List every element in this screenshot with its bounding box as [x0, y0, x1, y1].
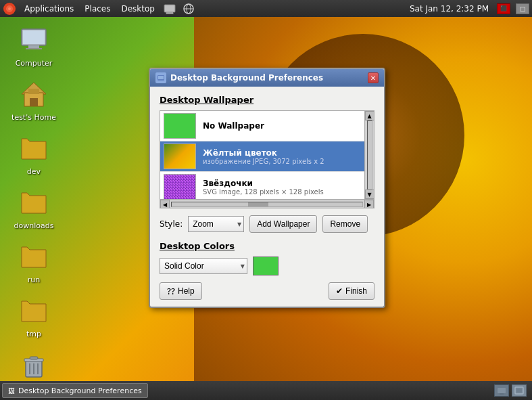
dialog-titlebar: Desktop Background Preferences ✕: [150, 69, 384, 87]
style-select[interactable]: Zoom Centered Scaled Stretched Tiled Fil…: [188, 216, 244, 232]
computer-label: Computer: [16, 59, 53, 68]
help-button[interactable]: ⁇ Help: [160, 282, 202, 300]
places-menu[interactable]: Places: [79, 0, 116, 17]
taskbar-bottom: 🖼 Desktop Background Preferences: [0, 381, 532, 400]
desktop-icon-home[interactable]: test's Home: [7, 78, 61, 122]
remove-wallpaper-button[interactable]: Remove: [322, 215, 368, 233]
desktop: Applications Places Desktop Sat Jan 12, …: [0, 0, 532, 400]
run-icon-img: [18, 240, 50, 273]
desktop-icons-area: Computer test's Home dev: [7, 24, 61, 393]
gnome-logo: [3, 2, 16, 16]
taskbar-task-icon: 🖼: [8, 387, 15, 395]
finish-label: Finish: [345, 286, 367, 296]
svg-rect-25: [498, 388, 506, 393]
dialog-footer: ⁇ Help ✔ Finish: [150, 275, 384, 307]
wallpaper-item-info-stars: Звёздочки SVG image, 128 pixels × 128 pi…: [203, 179, 324, 196]
hscroll-track[interactable]: [171, 202, 363, 207]
style-label: Style:: [160, 219, 183, 229]
style-row: Style: Zoom Centered Scaled Stretched Ti…: [160, 215, 374, 233]
desktop-icon-tmp[interactable]: tmp: [7, 294, 61, 338]
taskbar-top: Applications Places Desktop Sat Jan 12, …: [0, 0, 532, 17]
sys-tray: [489, 384, 532, 397]
wallpaper-subtitle-stars: SVG image, 128 pixels × 128 pixels: [203, 188, 324, 196]
wallpaper-item-stars[interactable]: Звёздочки SVG image, 128 pixels × 128 pi…: [160, 172, 374, 199]
help-label: Help: [178, 286, 195, 296]
network-icon-taskbar: [182, 2, 195, 16]
wallpaper-list[interactable]: No Wallpaper Жёлтый цветок изображение J…: [160, 111, 374, 199]
vscroll-track[interactable]: [367, 120, 372, 190]
desktop-icon-taskbar: [163, 2, 176, 16]
wallpaper-list-vscroll[interactable]: ▲ ▼: [364, 111, 374, 199]
home-label: test's Home: [11, 113, 56, 122]
taskbar-task-label: Desktop Background Preferences: [18, 386, 142, 395]
colors-row: Solid Color Horizontal Gradient Vertical…: [160, 257, 374, 275]
svg-point-2: [8, 7, 11, 10]
wallpaper-title-no-wallpaper: No Wallpaper: [203, 121, 264, 131]
svg-rect-12: [26, 48, 42, 49]
svg-rect-3: [164, 5, 175, 12]
help-icon: ⁇: [167, 286, 175, 296]
hscroll-left-button[interactable]: ◀: [160, 200, 170, 208]
finish-button[interactable]: ✔ Finish: [329, 282, 374, 300]
trash-icon-img: [18, 349, 50, 381]
desktop-menu[interactable]: Desktop: [116, 0, 160, 17]
wallpaper-title-stars: Звёздочки: [203, 179, 324, 188]
desktop-icon-dev[interactable]: dev: [7, 132, 61, 176]
computer-icon-img: [18, 24, 50, 56]
downloads-label: downloads: [14, 221, 54, 230]
style-select-wrapper: Zoom Centered Scaled Stretched Tiled Fil…: [188, 216, 244, 232]
hscroll-right-button[interactable]: ▶: [364, 200, 374, 208]
wallpaper-list-hscroll[interactable]: ◀ ▶: [160, 199, 374, 208]
desktop-icon-computer[interactable]: Computer: [7, 24, 61, 68]
dialog-title: Desktop Background Preferences: [170, 73, 368, 83]
tmp-label: tmp: [26, 330, 41, 338]
home-icon-img: [18, 78, 50, 110]
svg-rect-26: [500, 393, 504, 395]
downloads-icon-img: [18, 186, 50, 219]
wallpaper-list-container: No Wallpaper Жёлтый цветок изображение J…: [160, 110, 374, 208]
color-swatch[interactable]: [253, 257, 279, 275]
add-wallpaper-button[interactable]: Add Wallpaper: [249, 215, 317, 233]
wallpaper-item-no-wallpaper[interactable]: No Wallpaper: [160, 111, 374, 141]
wallpaper-section-title: Desktop Wallpaper: [160, 95, 374, 105]
svg-rect-28: [516, 388, 522, 393]
applications-menu[interactable]: Applications: [19, 0, 79, 17]
svg-rect-4: [166, 12, 173, 14]
vscroll-up-button[interactable]: ▲: [365, 111, 374, 120]
run-label: run: [28, 275, 40, 284]
wallpaper-item-info-yellow-flower: Жёлтый цветок изображение JPEG, 3072 pix…: [203, 148, 324, 165]
clock: Sat Jan 12, 2:32 PM: [404, 4, 494, 14]
hscroll-thumb: [248, 202, 268, 206]
svg-rect-11: [28, 45, 39, 48]
sys-tray-icon1: [494, 384, 509, 397]
color-type-select[interactable]: Solid Color Horizontal Gradient Vertical…: [160, 258, 247, 274]
taskbar-task-dialog[interactable]: 🖼 Desktop Background Preferences: [2, 383, 148, 398]
color-type-select-wrapper: Solid Color Horizontal Gradient Vertical…: [160, 258, 247, 274]
wallpaper-thumb-yellow-flower: [164, 143, 196, 169]
wallpaper-thumb-no-wallpaper: [164, 113, 196, 139]
svg-rect-24: [158, 76, 164, 79]
svg-rect-15: [30, 98, 38, 106]
dialog-close-button[interactable]: ✕: [368, 72, 379, 83]
vscroll-down-button[interactable]: ▼: [365, 190, 374, 199]
desktop-icon-downloads[interactable]: downloads: [7, 186, 61, 230]
svg-rect-19: [30, 357, 38, 359]
tmp-icon-img: [18, 294, 50, 327]
svg-rect-10: [23, 30, 45, 44]
checkmark-icon: ✔: [336, 286, 343, 296]
wallpaper-thumb-stars: [164, 174, 196, 199]
colors-section-title: Desktop Colors: [160, 241, 374, 251]
dialog-window: Desktop Background Preferences ✕ Desktop…: [149, 68, 385, 308]
svg-rect-16: [28, 89, 39, 94]
wallpaper-item-info-no-wallpaper: No Wallpaper: [203, 121, 264, 131]
dialog-content: Desktop Wallpaper No Wallpaper: [150, 87, 384, 241]
wallpaper-subtitle-yellow-flower: изображение JPEG, 3072 pixels x 2: [203, 158, 324, 165]
screen-icon: □: [516, 3, 529, 14]
colors-section: Desktop Colors Solid Color Horizontal Gr…: [150, 241, 384, 275]
desktop-icon-run[interactable]: run: [7, 240, 61, 284]
dev-label: dev: [27, 167, 41, 176]
wallpaper-title-yellow-flower: Жёлтый цветок: [203, 148, 324, 158]
wallpaper-item-yellow-flower[interactable]: Жёлтый цветок изображение JPEG, 3072 pix…: [160, 141, 374, 172]
svg-rect-5: [166, 14, 174, 14]
sys-tray-icon2: [512, 384, 527, 397]
